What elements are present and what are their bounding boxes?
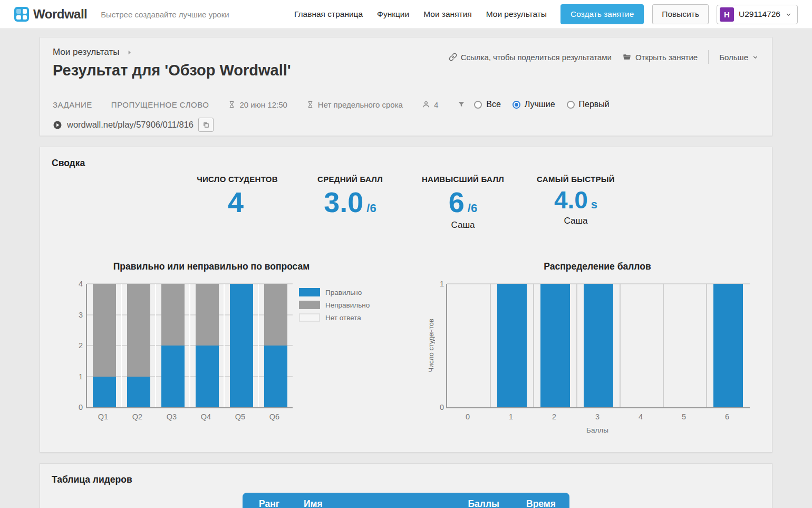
chart-bar-segment [264, 346, 287, 407]
chevron-down-icon [752, 54, 759, 61]
leaderboard-card: Таблица лидеров Ранг Имя Баллы Время [40, 463, 772, 508]
legend-label: Правильно [325, 289, 362, 296]
players-count: 4 [434, 100, 438, 109]
legend-row: Нет ответа [299, 313, 370, 322]
chart-bar-segment [93, 284, 116, 377]
chart-plot-area [86, 284, 293, 408]
chart-y-tick-label: 4 [79, 280, 83, 288]
chart-vsep [576, 284, 577, 407]
y-axis-tick-labels: 01234 [69, 284, 84, 407]
link-icon [449, 53, 457, 61]
chart-vsep [490, 284, 491, 407]
deadline-text: Нет предельного срока [318, 100, 403, 109]
avatar: H [720, 7, 734, 22]
chart-vsep [533, 284, 534, 407]
copy-url-button[interactable] [198, 118, 214, 132]
chart-y-tick-label: 2 [79, 341, 83, 350]
chart-bar-segment [161, 346, 185, 407]
chart-bar-segment [540, 284, 570, 407]
chart-bar-segment [196, 284, 219, 346]
summary-title: Сводка [52, 158, 85, 169]
wordwall-grid-icon [14, 7, 29, 22]
chart-x-tick-label: 1 [495, 413, 527, 421]
chart-vsep [121, 284, 122, 407]
legend-swatch [299, 301, 320, 309]
chart-x-tick-label: Q6 [259, 413, 291, 421]
created-date: 20 июн 12:50 [239, 100, 287, 109]
share-results-link[interactable]: Ссылка, чтобы поделиться результатами [449, 53, 612, 62]
chart-vsep [706, 284, 707, 407]
person-icon [422, 100, 430, 109]
chart-y-tick-label: 0 [79, 403, 83, 411]
nav-item-my-activities[interactable]: Мои занятия [423, 9, 472, 19]
chart-bar-segment [127, 377, 150, 408]
chart-x-tick-label: Q1 [88, 413, 119, 421]
legend-swatch [299, 288, 320, 296]
chart-x-tick-label: 6 [711, 413, 743, 421]
divider [708, 50, 709, 64]
brand-name: Wordwall [33, 7, 87, 22]
chevron-down-icon [785, 11, 792, 18]
chart-vsep [663, 284, 664, 407]
leaderboard-header: Ранг Имя Баллы Время [243, 493, 569, 508]
radio-first-label: Первый [579, 100, 610, 109]
chart-vsep [155, 284, 156, 407]
wordwall-logo[interactable]: Wordwall [14, 7, 87, 22]
radio-all[interactable] [474, 101, 482, 109]
chart-x-tick-label: 2 [538, 413, 570, 421]
chart-y-tick-label: 3 [79, 311, 83, 319]
breadcrumb: Мои результаты [53, 47, 132, 57]
leaderboard-col-time: Время [500, 499, 556, 508]
create-activity-button[interactable]: Создать занятие [560, 4, 644, 24]
y-axis-tick-labels: 01 [437, 284, 445, 407]
user-menu[interactable]: H U29114726 [717, 5, 798, 24]
upgrade-button[interactable]: Повысить [652, 4, 709, 24]
chart-x-tick-label: Q4 [190, 413, 222, 421]
chart-bar-segment [264, 284, 287, 346]
legend-label: Неправильно [325, 301, 370, 309]
nav-links: Главная страница Функции Мои занятия Мои… [294, 9, 547, 19]
questions-chart-title: Правильно или неправильно по вопросам [93, 261, 330, 272]
results-header-card: Мои результаты Результат для 'Обзор Word… [40, 37, 772, 136]
breadcrumb-my-results-link[interactable]: Мои результаты [53, 47, 119, 57]
top-nav: Wordwall Быстрее создавайте лучшие уроки… [0, 0, 812, 29]
open-activity-link[interactable]: Открыть занятие [622, 53, 698, 62]
radio-best[interactable] [513, 101, 520, 109]
leaderboard-title: Таблица лидеров [52, 474, 132, 485]
questions-stacked-bar-chart: 01234 Q1Q2Q3Q4Q5Q6 [69, 284, 428, 442]
legend-row: Неправильно [299, 301, 370, 309]
chart-x-tick-label: Q2 [122, 413, 153, 421]
stat-student-count: ЧИСЛО СТУДЕНТОВ 4 [181, 175, 294, 231]
user-id: U29114726 [739, 9, 780, 19]
y-axis-label: Число студентов [427, 284, 435, 407]
chart-y-tick-label: 0 [440, 403, 444, 411]
chart-x-tick-label: Q3 [156, 413, 188, 421]
chart-bar-segment [127, 284, 150, 377]
chart-vsep [189, 284, 190, 407]
header-actions: Ссылка, чтобы поделиться результатами От… [449, 50, 759, 64]
stat-fastest: САМЫЙ БЫСТРЫЙ 4.0s Саша [519, 175, 632, 231]
more-menu[interactable]: Больше [719, 53, 759, 62]
filter-funnel-icon [457, 100, 466, 109]
chart-x-tick-label: 0 [452, 413, 484, 421]
legend-label: Нет ответа [325, 314, 361, 322]
chart-bar-segment [161, 284, 185, 346]
nav-item-my-results[interactable]: Мои результаты [486, 9, 547, 19]
radio-first[interactable] [567, 101, 575, 109]
nav-item-home[interactable]: Главная страница [294, 9, 363, 19]
play-url-link[interactable]: wordwall.net/play/57906/011/816 [67, 120, 194, 130]
leaderboard-col-score: Баллы [444, 499, 499, 508]
assignment-label: ЗАДАНИЕ [53, 100, 92, 109]
hourglass-icon [228, 100, 236, 109]
chart-x-tick-label: 5 [668, 413, 700, 421]
radio-best-label: Лучшие [525, 100, 555, 109]
results-filter: Все Лучшие Первый [474, 100, 617, 109]
chart-vsep [258, 284, 259, 407]
tagline: Быстрее создавайте лучшие уроки [101, 10, 229, 19]
x-axis-label: Баллы [446, 426, 749, 434]
chart-plot-area [446, 284, 750, 408]
chart-bar-segment [584, 284, 613, 407]
nav-item-features[interactable]: Функции [377, 9, 409, 19]
chart-vsep [620, 284, 621, 407]
stat-highest-score: НАИВЫСШИЙ БАЛЛ 6/6 Саша [407, 175, 519, 231]
